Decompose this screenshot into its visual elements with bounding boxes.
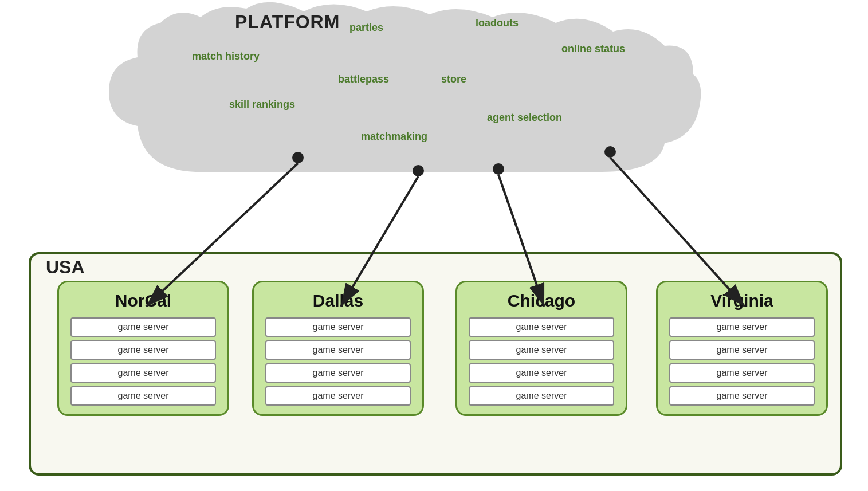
game-server: game server [469, 340, 614, 360]
game-server: game server [669, 340, 815, 360]
datacenter-virginia-title: Virginia [669, 291, 815, 311]
label-store: store [441, 73, 466, 85]
datacenter-chicago: Chicago game server game server game ser… [455, 281, 627, 416]
label-matchmaking: matchmaking [361, 131, 427, 143]
region-label: USA [46, 257, 85, 278]
game-server: game server [669, 363, 815, 383]
platform-title: PLATFORM [235, 11, 340, 33]
label-parties: parties [349, 22, 383, 34]
datacenter-norcal-title: NorCal [70, 291, 216, 311]
game-server: game server [469, 363, 614, 383]
datacenter-virginia: Virginia game server game server game se… [656, 281, 828, 416]
game-server: game server [469, 386, 614, 406]
game-server: game server [669, 386, 815, 406]
label-battlepass: battlepass [338, 73, 389, 85]
game-server: game server [469, 317, 614, 337]
game-server: game server [265, 340, 411, 360]
game-server: game server [70, 340, 216, 360]
game-server: game server [70, 386, 216, 406]
game-server: game server [265, 363, 411, 383]
label-agent-selection: agent selection [487, 112, 562, 124]
label-online-status: online status [561, 43, 625, 55]
game-server: game server [265, 386, 411, 406]
datacenter-dallas: Dallas game server game server game serv… [252, 281, 424, 416]
game-server: game server [669, 317, 815, 337]
game-server: game server [265, 317, 411, 337]
datacenter-chicago-title: Chicago [469, 291, 614, 311]
game-server: game server [70, 317, 216, 337]
label-skill-rankings: skill rankings [229, 99, 295, 111]
datacenter-norcal: NorCal game server game server game serv… [57, 281, 229, 416]
label-match-history: match history [192, 50, 260, 62]
datacenter-dallas-title: Dallas [265, 291, 411, 311]
label-loadouts: loadouts [476, 17, 519, 29]
game-server: game server [70, 363, 216, 383]
cloud-platform: PLATFORM match history parties loadouts … [86, 0, 716, 183]
